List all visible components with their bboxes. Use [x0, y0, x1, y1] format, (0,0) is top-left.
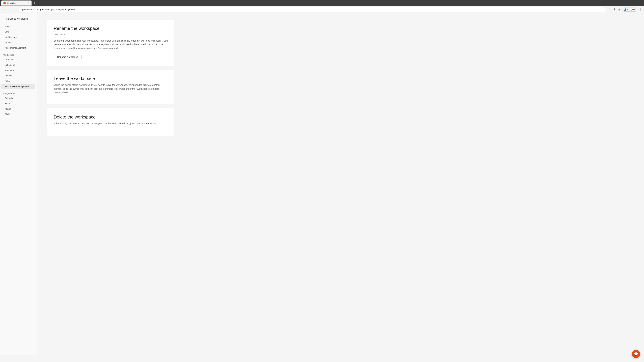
sidebar-item-account-management[interactable]: Account Management [1, 45, 36, 50]
sidebar-item-email[interactable]: Email [1, 101, 36, 106]
sidebar-item-clickup[interactable]: ClickUp [1, 112, 36, 117]
delete-workspace-title: Delete the workspace [54, 114, 168, 120]
incognito-label: Incognito [627, 8, 636, 11]
leave-workspace-description: You're the owner of this workspace. If y… [54, 83, 168, 94]
sidebar-item-notifications[interactable]: Notifications [1, 34, 36, 40]
back-arrow-icon: ← [3, 17, 5, 20]
address-url: app.sunsama.com/group/moodjoy/settings/m… [21, 8, 76, 11]
back-button[interactable]: ← [1, 7, 6, 12]
tab-title: Sunsama [7, 2, 16, 4]
chat-icon: 💬 [634, 352, 638, 355]
main-content: Rename the workspace Learn more ↗ Be car… [37, 13, 644, 355]
external-link-icon: ↗ [66, 33, 67, 35]
return-to-workspace[interactable]: ← Return to workspace [0, 16, 37, 22]
sidebar-item-beta[interactable]: Beta [1, 29, 36, 34]
sidebar: ← Return to workspace FocusBetaNotificat… [0, 13, 37, 355]
sidebar-item-calendar[interactable]: Calendar [1, 95, 36, 101]
incognito-badge: 👤 Incognito [622, 7, 637, 11]
sidebar-item-members[interactable]: Members [1, 68, 36, 73]
sidebar-item-profile[interactable]: Profile [1, 40, 36, 45]
tab-close-button[interactable]: × [28, 2, 30, 4]
sidebar-item-schedules[interactable]: Schedules [1, 62, 36, 67]
page-layout: ← Return to workspace FocusBetaNotificat… [0, 13, 644, 355]
workspace-section-header: Workspace [0, 52, 37, 57]
delete-workspace-section: Delete the workspace If there's anything… [47, 108, 174, 135]
forward-button[interactable]: → [8, 7, 12, 12]
delete-workspace-description: If there's anything we can help with bef… [54, 122, 168, 125]
tab-favicon [3, 2, 6, 4]
sidebar-integration-items: CalendarEmailAsanaClickUp [0, 95, 37, 117]
learn-more-label: Learn more [54, 33, 65, 35]
rename-workspace-button[interactable]: Rename workspace [54, 54, 82, 60]
learn-more-link[interactable]: Learn more ↗ [54, 33, 168, 35]
active-tab[interactable]: Sunsama × [1, 0, 32, 5]
incognito-icon: 👤 [624, 8, 626, 11]
more-button[interactable]: ⋮ [638, 7, 643, 12]
return-label: Return to workspace [6, 17, 28, 20]
sidebar-item-channels[interactable]: Channels [1, 57, 36, 62]
split-button[interactable]: ⊡ [617, 7, 622, 12]
address-bar[interactable]: app.sunsama.com/group/moodjoy/settings/m… [19, 7, 606, 12]
sidebar-item-focus[interactable]: Focus [1, 24, 36, 29]
new-tab-button[interactable]: + [32, 1, 37, 5]
leave-workspace-title: Leave the workspace [54, 76, 168, 81]
bookmark-button[interactable]: ☆ [608, 7, 612, 12]
rename-workspace-title: Rename the workspace [54, 26, 168, 31]
browser-nav-bar: ← → ↻ app.sunsama.com/group/moodjoy/sett… [0, 6, 644, 13]
sidebar-item-workspace-management[interactable]: Workspace Management [1, 84, 36, 89]
sidebar-item-privacy[interactable]: Privacy [1, 73, 36, 78]
download-button[interactable]: ⬇ [612, 7, 617, 12]
sidebar-workspace-items: ChannelsSchedulesMembersPrivacyBillingWo… [0, 57, 37, 89]
refresh-button[interactable]: ↻ [14, 7, 18, 12]
sidebar-top-items: FocusBetaNotificationsProfileAccount Man… [0, 24, 37, 50]
nav-actions: ☆ ⬇ ⊡ 👤 Incognito ⋮ [608, 7, 643, 12]
rename-workspace-description: Be careful when renaming your workspace.… [54, 39, 168, 50]
sidebar-item-billing[interactable]: Billing [1, 78, 36, 84]
rename-workspace-section: Rename the workspace Learn more ↗ Be car… [47, 20, 174, 66]
browser-tab-bar: Sunsama × + [0, 0, 644, 6]
integrations-section-header: Integrations [0, 90, 37, 95]
leave-workspace-section: Leave the workspace You're the owner of … [47, 70, 174, 104]
sidebar-item-asana[interactable]: Asana [1, 106, 36, 111]
